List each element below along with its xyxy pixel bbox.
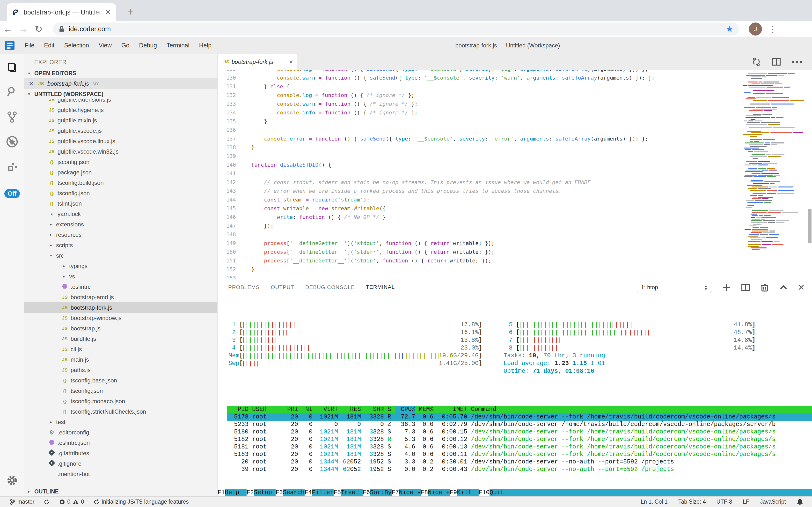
language-status[interactable]: Initializing JS/TS language features (93, 499, 189, 505)
code-line[interactable]: 149 process['__defineGetter__']('stdout'… (217, 239, 742, 248)
code-line[interactable]: 143 // error when we are inside a forked… (217, 187, 742, 195)
code-editor[interactable]: 129 console.log = function () { safeSend… (217, 70, 812, 279)
tree-item-tsconfig.json[interactable]: {}tsconfig.json (24, 188, 217, 199)
tree-item-yarn.lock[interactable]: ◖yarn.lock (24, 209, 217, 219)
code-line[interactable]: 144 const stream = require('stream'); (217, 195, 742, 204)
tree-item-scripts[interactable]: ▸scripts (24, 240, 217, 250)
browser-tab-close-icon[interactable]: ✕ (105, 8, 111, 17)
git-branch-indicator[interactable]: master (10, 499, 34, 505)
status-ln-1-col-1[interactable]: Ln 1, Col 1 (641, 499, 668, 505)
tree-item-paths.js[interactable]: JSpaths.js (24, 365, 217, 375)
open-editors-header[interactable]: ▾ OPEN EDITORS (24, 68, 217, 78)
maximize-panel-icon[interactable] (779, 283, 788, 292)
notifications-bell-icon[interactable] (797, 498, 803, 506)
code-line[interactable]: 139 (217, 152, 742, 161)
outline-header[interactable]: ▸ OUTLINE (24, 487, 217, 496)
status-utf-8[interactable]: UTF-8 (716, 499, 732, 505)
tree-item-gulpfile.mixin.js[interactable]: JSgulpfile.mixin.js (24, 115, 217, 125)
tree-item-gulpfile.vscode.win32.js[interactable]: JSgulpfile.vscode.win32.js (24, 146, 217, 157)
settings-gear-icon[interactable] (0, 474, 24, 487)
tree-item-cli.js[interactable]: JScli.js (24, 344, 217, 354)
panel-tab-terminal[interactable]: TERMINAL (366, 280, 395, 295)
forward-icon[interactable]: → (15, 24, 31, 34)
tree-item-.mention-bot[interactable]: ≡.mention-bot (24, 469, 217, 479)
code-line[interactable]: 152} (217, 265, 742, 274)
tree-item-tslint.json[interactable]: {}tslint.json (24, 199, 217, 209)
tree-item-.gitignore[interactable]: .gitignore (24, 458, 217, 469)
menu-selection[interactable]: Selection (59, 42, 94, 49)
code-line[interactable]: 141 (217, 169, 742, 178)
tree-item-resources[interactable]: ▸resources (24, 230, 217, 240)
tree-item-main.js[interactable]: JSmain.js (24, 354, 217, 365)
new-terminal-icon[interactable] (722, 283, 731, 292)
code-server-logo-icon[interactable] (5, 41, 14, 50)
menu-view[interactable]: View (94, 42, 117, 49)
code-line[interactable]: 132 console.log = function () { /* ignor… (217, 91, 742, 100)
menu-go[interactable]: Go (117, 42, 134, 49)
code-line[interactable]: 146 write: function () { /* No OP */ } (217, 213, 742, 222)
tree-item-buildfile.js[interactable]: JSbuildfile.js (24, 334, 217, 344)
tree-item-vs[interactable]: ▸vs (24, 271, 217, 282)
extensions-icon[interactable] (0, 154, 24, 179)
problems-indicator[interactable]: 0 0 (59, 499, 84, 505)
tree-item-tsconfig.base.json[interactable]: {}tsconfig.base.json (24, 375, 217, 386)
code-line[interactable]: 148 (217, 230, 742, 239)
code-line[interactable]: 150 process['__defineGetter__']('stderr'… (217, 248, 742, 257)
tree-item-gulpfile.hygiene.js[interactable]: JSgulpfile.hygiene.js (24, 105, 217, 115)
code-line[interactable]: 136 (217, 126, 742, 134)
address-bar[interactable]: ide.coder.com ★ (53, 22, 739, 36)
menu-terminal[interactable]: Terminal (162, 42, 194, 49)
workspace-header[interactable]: ▾ UNTITLED (WORKSPACE) (24, 89, 217, 99)
tree-item-bootstrap-amd.js[interactable]: JSbootstrap-amd.js (24, 292, 217, 302)
more-actions-icon[interactable]: ••• (792, 57, 803, 67)
panel-tab-debug-console[interactable]: DEBUG CONSOLE (305, 280, 355, 295)
off-badge[interactable]: Off (4, 189, 20, 198)
code-line[interactable]: 138} (217, 143, 742, 152)
tree-item-.editorconfig[interactable]: ⚙.editorconfig (24, 427, 217, 438)
code-line[interactable]: 135 } (217, 117, 742, 126)
browser-menu-icon[interactable]: ⋮ (769, 24, 777, 34)
split-terminal-icon[interactable] (741, 283, 750, 292)
status-lf[interactable]: LF (743, 499, 749, 505)
source-control-icon[interactable] (0, 104, 24, 129)
menu-help[interactable]: Help (194, 42, 216, 49)
tree-item-.gitattributes[interactable]: .gitattributes (24, 448, 217, 458)
code-line[interactable]: 151 process['__defineGetter__']('stdin',… (217, 257, 742, 265)
terminal-selector[interactable]: 1: htop ▲▼ (637, 282, 712, 293)
tree-item-tsconfig.json[interactable]: {}tsconfig.json (24, 386, 217, 396)
panel-tab-output[interactable]: OUTPUT (270, 280, 295, 295)
code-line[interactable]: 137 console.error = function () { safeSe… (217, 134, 742, 143)
code-line[interactable]: 147 }); (217, 222, 742, 230)
terminal[interactable]: 1 [17.8%] 2 [16.1%] 3 [13.8%] 4 [23.0%]M… (217, 296, 812, 496)
search-icon[interactable] (0, 79, 24, 104)
tab-close-icon[interactable]: × (289, 58, 293, 66)
tree-item-gulpfile.vscode.linux.js[interactable]: JSgulpfile.vscode.linux.js (24, 136, 217, 146)
browser-avatar[interactable]: J (749, 22, 762, 36)
back-icon[interactable]: ← (0, 24, 15, 34)
status-tab-size-4[interactable]: Tab Size: 4 (678, 499, 706, 505)
open-editor-item[interactable]: ✕ JS bootstrap-fork.js src (24, 78, 217, 89)
bookmark-star-icon[interactable]: ★ (726, 24, 734, 34)
tree-item-tsconfig.monaco.json[interactable]: {}tsconfig.monaco.json (24, 396, 217, 406)
browser-tab[interactable]: bootstrap-fork.js — Untitled (W ✕ (7, 3, 116, 21)
debug-icon[interactable] (0, 129, 24, 154)
code-line[interactable]: 140function disableSTDIO() { (217, 161, 742, 169)
tree-item-tsconfig.build.json[interactable]: {}tsconfig.build.json (24, 177, 217, 188)
tree-item-extensions[interactable]: ▸extensions (24, 219, 217, 230)
reload-icon[interactable]: ↻ (31, 24, 46, 34)
tree-item-package.json[interactable]: {}package.json (24, 167, 217, 177)
new-tab-button[interactable]: + (124, 5, 138, 19)
code-line[interactable]: 145 const writable = new stream.Writable… (217, 204, 742, 213)
code-line[interactable]: 130 console.warn = function () { safeSen… (217, 73, 742, 82)
tree-item-bootstrap-fork.js[interactable]: JSbootstrap-fork.js (24, 302, 217, 313)
tree-item-src[interactable]: ▾src (24, 250, 217, 261)
tree-item-.eslintrc[interactable]: .eslintrc (24, 282, 217, 292)
sync-icon[interactable] (44, 499, 50, 505)
tree-item-tsconfig.strictNullChecks.json[interactable]: {}tsconfig.strictNullChecks.json (24, 406, 217, 417)
code-line[interactable]: 129 console.log = function () { safeSend… (217, 70, 742, 73)
editor-tab[interactable]: JS bootstrap-fork.js × (217, 54, 297, 70)
menu-debug[interactable]: Debug (134, 42, 162, 49)
close-icon[interactable]: ✕ (28, 80, 37, 88)
tree-item-bootstrap.js[interactable]: JSbootstrap.js (24, 323, 217, 334)
menu-file[interactable]: File (20, 42, 39, 49)
